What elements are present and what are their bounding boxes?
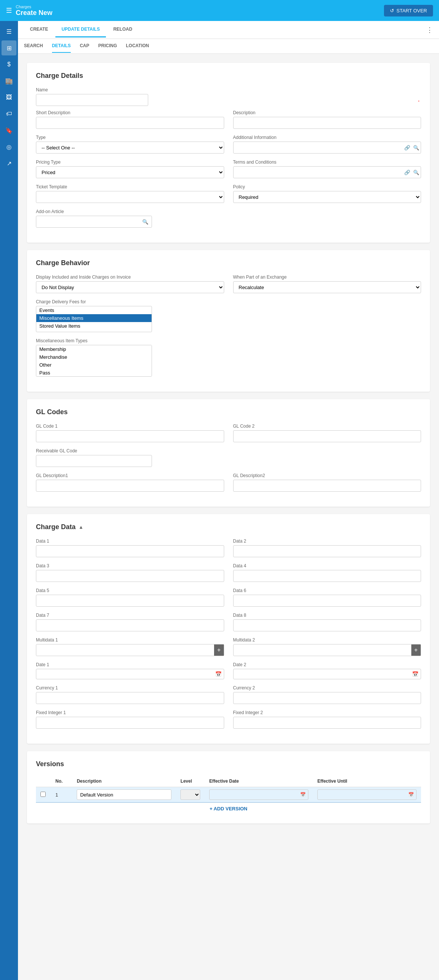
sidebar-tag1-icon[interactable]: 🏷 bbox=[2, 107, 16, 121]
hamburger-icon[interactable]: ☰ bbox=[6, 6, 12, 14]
top-header: ☰ Charges Create New ↺ START OVER bbox=[0, 0, 439, 21]
col-effective-until-header: Effective Until bbox=[313, 776, 421, 787]
terms-wrap: 🔗 🔍 bbox=[233, 166, 422, 178]
display-select[interactable]: Do Not Display bbox=[36, 281, 224, 293]
pricing-type-select[interactable]: Priced bbox=[36, 166, 224, 178]
date2-label: Date 2 bbox=[233, 662, 422, 667]
version-effective-until-input[interactable] bbox=[318, 791, 406, 799]
type-select[interactable]: -- Select One -- bbox=[36, 142, 224, 154]
date2-wrap: 📅 bbox=[233, 669, 422, 679]
gl-code1-input[interactable] bbox=[36, 430, 224, 442]
tab-create[interactable]: CREATE bbox=[24, 22, 54, 37]
delivery-fees-listbox[interactable]: Events Miscellaneous Items Stored Value … bbox=[36, 306, 152, 332]
data7-input[interactable] bbox=[36, 619, 224, 632]
start-over-button[interactable]: ↺ START OVER bbox=[384, 5, 433, 16]
data1-label: Data 1 bbox=[36, 538, 224, 544]
add-version-button[interactable]: + ADD VERSION bbox=[209, 806, 247, 811]
sub-tab-search[interactable]: SEARCH bbox=[24, 39, 43, 53]
fixed-int2-input[interactable] bbox=[233, 717, 422, 729]
gl-desc2-input[interactable] bbox=[233, 480, 422, 492]
receivable-input[interactable] bbox=[36, 455, 152, 467]
charge-details-card: Charge Details Name * Short Description bbox=[27, 63, 430, 243]
sidebar-tag2-icon[interactable]: 🔖 bbox=[2, 123, 16, 138]
description-input[interactable] bbox=[233, 117, 422, 129]
ticket-template-select[interactable] bbox=[36, 191, 224, 203]
terms-input[interactable] bbox=[233, 167, 403, 178]
data2-input[interactable] bbox=[233, 545, 422, 557]
name-input[interactable] bbox=[36, 94, 148, 106]
data8-input[interactable] bbox=[233, 619, 422, 632]
versions-title: Versions bbox=[36, 760, 421, 768]
currency2-input[interactable] bbox=[233, 692, 422, 704]
currency1-input[interactable] bbox=[36, 692, 224, 704]
additional-info-input[interactable] bbox=[233, 143, 403, 153]
sidebar-store-icon[interactable]: 🏬 bbox=[2, 73, 16, 88]
terms-search-icon[interactable]: 🔍 bbox=[412, 170, 421, 175]
data5-input[interactable] bbox=[36, 595, 224, 607]
sidebar-export-icon[interactable]: ↗ bbox=[2, 156, 16, 171]
fixed-int1-label: Fixed Integer 1 bbox=[36, 710, 224, 715]
data2-label: Data 2 bbox=[233, 538, 422, 544]
tab-reload[interactable]: RELOAD bbox=[108, 22, 138, 37]
sub-tab-pricing[interactable]: PRICING bbox=[98, 39, 117, 53]
multidata1-label: Multidata 1 bbox=[36, 637, 224, 643]
data6-label: Data 6 bbox=[233, 588, 422, 593]
currency2-label: Currency 2 bbox=[233, 685, 422, 690]
sidebar-dollar-icon[interactable]: $ bbox=[2, 57, 16, 72]
additional-info-search-icon[interactable]: 🔍 bbox=[412, 145, 421, 151]
gl-code2-input[interactable] bbox=[233, 430, 422, 442]
gl-codes-title: GL Codes bbox=[36, 408, 421, 416]
data7-label: Data 7 bbox=[36, 612, 224, 618]
policy-label: Policy bbox=[233, 184, 422, 189]
sidebar-image-icon[interactable]: 🖼 bbox=[2, 90, 16, 105]
version-description-input[interactable] bbox=[77, 789, 171, 800]
multidata2-add-button[interactable]: + bbox=[411, 644, 421, 656]
date2-calendar-icon[interactable]: 📅 bbox=[410, 671, 421, 677]
when-part-select[interactable]: Recalculate bbox=[233, 281, 422, 293]
data4-input[interactable] bbox=[233, 570, 422, 582]
short-description-input[interactable] bbox=[36, 117, 224, 129]
data3-label: Data 3 bbox=[36, 563, 224, 568]
version-effective-date-input[interactable] bbox=[209, 791, 298, 799]
collapse-icon[interactable]: ▲ bbox=[79, 524, 84, 530]
fixed-int1-input[interactable] bbox=[36, 717, 224, 729]
policy-select[interactable]: Required bbox=[233, 191, 422, 203]
multidata2-input[interactable] bbox=[233, 645, 411, 655]
date1-wrap: 📅 bbox=[36, 669, 224, 679]
version-row-checkbox[interactable] bbox=[40, 792, 46, 797]
sub-tab-location[interactable]: LOCATION bbox=[126, 39, 149, 53]
addon-article-input[interactable] bbox=[36, 217, 139, 227]
misc-types-listbox[interactable]: Membership Merchandise Other Pass bbox=[36, 345, 152, 377]
date1-input[interactable] bbox=[36, 670, 213, 678]
col-checkbox-header bbox=[36, 776, 51, 787]
col-effective-date-header: Effective Date bbox=[205, 776, 313, 787]
date1-calendar-icon[interactable]: 📅 bbox=[213, 671, 224, 677]
date2-input[interactable] bbox=[233, 670, 410, 678]
data6-input[interactable] bbox=[233, 595, 422, 607]
terms-external-icon[interactable]: 🔗 bbox=[403, 170, 412, 175]
version-effective-date-calendar-icon[interactable]: 📅 bbox=[298, 792, 308, 797]
sidebar-menu-icon[interactable]: ☰ bbox=[2, 24, 16, 39]
multidata1-input[interactable] bbox=[36, 645, 214, 655]
header-main-title: Create New bbox=[16, 9, 52, 17]
table-row: 1 📅 bbox=[36, 787, 421, 802]
more-options-icon[interactable]: ⋮ bbox=[426, 26, 433, 34]
date1-label: Date 1 bbox=[36, 662, 224, 667]
additional-info-label: Additional Information bbox=[233, 135, 422, 140]
description-label: Description bbox=[233, 110, 422, 115]
gl-desc1-input[interactable] bbox=[36, 480, 224, 492]
version-level-select[interactable] bbox=[181, 789, 200, 800]
sidebar-home-icon[interactable]: ⊞ bbox=[2, 40, 16, 56]
sidebar: ☰ ⊞ $ 🏬 🖼 🏷 🔖 ◎ ↗ bbox=[0, 21, 18, 980]
tab-bar: CREATE UPDATE DETAILS RELOAD ⋮ bbox=[18, 21, 439, 39]
sidebar-circle-icon[interactable]: ◎ bbox=[2, 139, 16, 154]
sub-tab-cap[interactable]: CAP bbox=[80, 39, 89, 53]
sub-tab-details[interactable]: DETAILS bbox=[52, 39, 71, 53]
addon-article-search-icon[interactable]: 🔍 bbox=[139, 219, 152, 225]
additional-info-external-icon[interactable]: 🔗 bbox=[403, 145, 412, 151]
data1-input[interactable] bbox=[36, 545, 224, 557]
multidata1-add-button[interactable]: + bbox=[214, 644, 223, 656]
tab-update-details[interactable]: UPDATE DETAILS bbox=[55, 22, 106, 37]
data3-input[interactable] bbox=[36, 570, 224, 582]
version-effective-until-calendar-icon[interactable]: 📅 bbox=[406, 792, 416, 797]
